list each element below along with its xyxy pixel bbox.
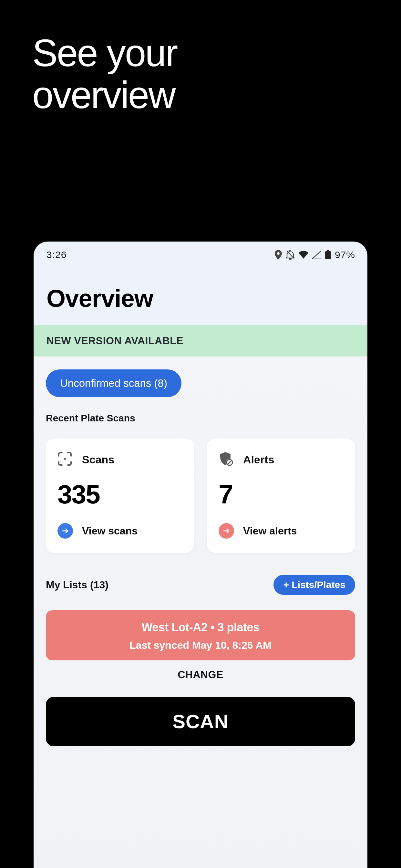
location-icon xyxy=(275,250,282,259)
status-time: 3:26 xyxy=(47,249,66,260)
alerts-card[interactable]: Alerts 7 View alerts xyxy=(207,438,355,553)
update-banner[interactable]: NEW VERSION AVAILABLE xyxy=(34,325,367,356)
battery-percent: 97% xyxy=(335,249,355,260)
view-scans-text: View scans xyxy=(82,525,137,537)
arrow-right-icon xyxy=(58,523,73,538)
view-scans-link[interactable]: View scans xyxy=(58,523,182,538)
battery-icon xyxy=(325,250,331,259)
cards-row: Scans 335 View scans xyxy=(46,438,355,553)
view-alerts-text: View alerts xyxy=(243,525,297,537)
alerts-card-value: 7 xyxy=(219,479,343,509)
scans-card-header: Scans xyxy=(58,452,182,468)
alerts-card-header: Alerts xyxy=(219,452,343,468)
content-area: Unconfirmed scans (8) Recent Plate Scans xyxy=(34,356,367,868)
scans-card-value: 335 xyxy=(58,479,182,509)
my-lists-row: My Lists (13) + Lists/Plates xyxy=(46,575,355,595)
scans-card-title: Scans xyxy=(82,454,114,466)
wifi-icon xyxy=(299,251,308,259)
svg-point-2 xyxy=(64,458,66,460)
view-alerts-link[interactable]: View alerts xyxy=(219,523,343,538)
phone-frame: 3:26 97% Overview NEW VERSION AVAILABLE … xyxy=(34,242,367,868)
change-label: CHANGE xyxy=(178,669,223,680)
change-button[interactable]: CHANGE xyxy=(46,669,355,681)
arrow-right-icon xyxy=(219,523,234,538)
shield-alert-icon xyxy=(219,452,234,468)
signal-icon xyxy=(312,251,321,259)
lot-panel[interactable]: West Lot-A2 • 3 plates Last synced May 1… xyxy=(46,610,355,660)
page-title: Overview xyxy=(47,284,354,312)
svg-rect-0 xyxy=(325,251,331,259)
scan-button[interactable]: SCAN xyxy=(46,697,355,746)
add-lists-label: + Lists/Plates xyxy=(283,579,345,590)
my-lists-label: My Lists (13) xyxy=(46,579,109,591)
unconfirmed-scans-label: Unconfirmed scans (8) xyxy=(60,377,167,389)
recent-scans-label: Recent Plate Scans xyxy=(46,413,355,424)
status-bar: 3:26 97% xyxy=(34,242,367,265)
promo-line-2: overview xyxy=(32,74,401,116)
page-title-wrap: Overview xyxy=(34,265,367,325)
scan-target-icon xyxy=(58,452,72,468)
promo-line-1: See your xyxy=(32,32,401,74)
update-banner-text: NEW VERSION AVAILABLE xyxy=(47,335,183,346)
add-lists-button[interactable]: + Lists/Plates xyxy=(274,575,355,595)
status-icons: 97% xyxy=(275,249,355,260)
lot-title: West Lot-A2 • 3 plates xyxy=(46,621,355,634)
scan-label: SCAN xyxy=(173,711,228,733)
lot-synced: Last synced May 10, 8:26 AM xyxy=(46,640,355,651)
alerts-card-title: Alerts xyxy=(243,454,274,466)
unconfirmed-scans-chip[interactable]: Unconfirmed scans (8) xyxy=(46,369,181,397)
svg-rect-1 xyxy=(327,250,329,252)
scans-card[interactable]: Scans 335 View scans xyxy=(46,438,194,553)
bell-off-icon xyxy=(286,250,295,259)
promo-heading: See your overview xyxy=(0,0,401,116)
